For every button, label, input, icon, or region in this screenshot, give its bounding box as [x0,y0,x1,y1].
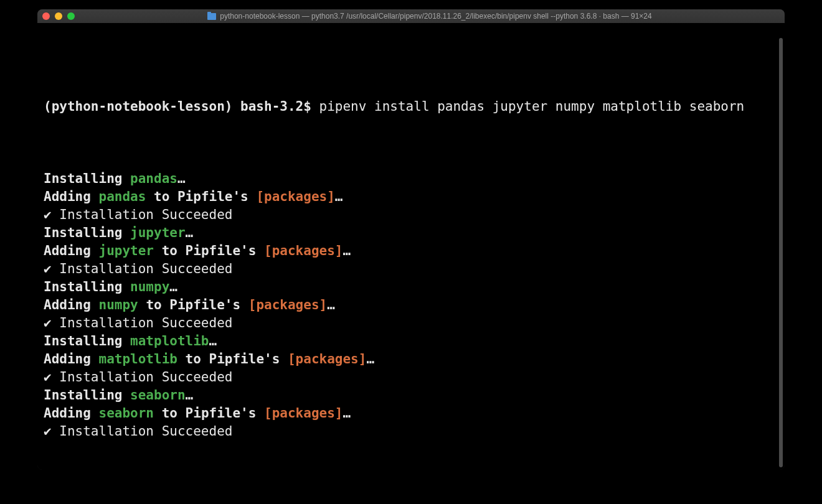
zoom-icon[interactable] [67,12,75,20]
window-title: python-notebook-lesson — python3.7 /usr/… [220,12,651,21]
succeeded-line: ✔ Installation Succeeded [44,368,778,386]
installing-line: Installing numpy… [44,278,778,296]
adding-line: Adding seaborn to Pipfile's [packages]… [44,404,778,422]
succeeded-line: ✔ Installation Succeeded [44,314,778,332]
adding-line: Adding matplotlib to Pipfile's [packages… [44,350,778,368]
adding-line: Adding jupyter to Pipfile's [packages]… [44,242,778,260]
installing-line: Installing jupyter… [44,224,778,242]
close-icon[interactable] [42,12,50,20]
shell-prompt: bash-3.2$ [240,99,319,114]
succeeded-line: ✔ Installation Succeeded [44,260,778,278]
folder-icon [207,13,216,20]
venv-name: (python-notebook-lesson) [44,99,240,114]
terminal-window: python-notebook-lesson — python3.7 /usr/… [37,9,785,470]
prompt-line-1: (python-notebook-lesson) bash-3.2$ pipen… [44,98,778,116]
scrollbar[interactable] [779,38,783,467]
installing-line: Installing seaborn… [44,386,778,404]
succeeded-line: ✔ Installation Succeeded [44,422,778,441]
adding-line: Adding numpy to Pipfile's [packages]… [44,296,778,314]
terminal-body[interactable]: (python-notebook-lesson) bash-3.2$ pipen… [37,23,785,470]
succeeded-line: ✔ Installation Succeeded [44,206,778,224]
installing-line: Installing pandas… [44,170,778,188]
titlebar: python-notebook-lesson — python3.7 /usr/… [37,9,785,23]
typed-command: pipenv install pandas jupyter numpy matp… [319,99,745,114]
window-controls [42,12,75,20]
minimize-icon[interactable] [55,12,62,20]
adding-line: Adding pandas to Pipfile's [packages]… [44,188,778,206]
installing-line: Installing matplotlib… [44,332,778,350]
